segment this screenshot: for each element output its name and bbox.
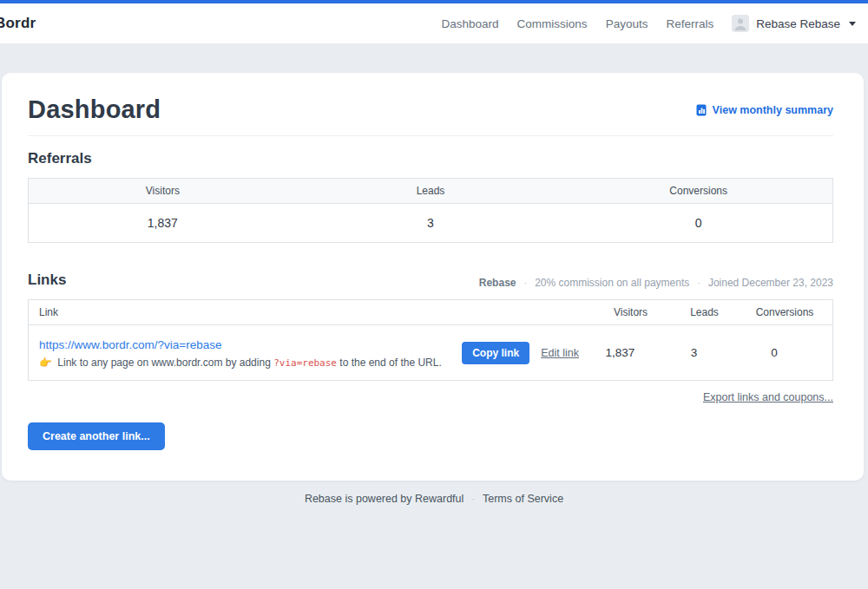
page-title: Dashboard	[28, 95, 161, 124]
copy-link-button[interactable]: Copy link	[462, 342, 529, 364]
link-description-before: Link to any page on www.bordr.com by add…	[55, 357, 273, 369]
card-header: Dashboard View monthly summary	[28, 95, 833, 124]
referrals-section: Referrals Visitors Leads Conversions 1,8…	[28, 150, 833, 243]
links-header-link: Link	[29, 300, 589, 324]
divider	[28, 135, 833, 136]
table-row: 1,837 3 0	[29, 204, 832, 242]
links-header-visitors: Visitors	[589, 300, 672, 324]
pointing-right-icon: 👉	[39, 357, 52, 369]
powered-by-text: Rebase is powered by Rewardful	[305, 493, 464, 505]
links-table: Link Visitors Leads Conversions https://…	[28, 299, 833, 381]
user-menu[interactable]: Rebase Rebase	[732, 15, 856, 32]
navbar: Bordr Dashboard Commissions Payouts Refe…	[0, 3, 868, 43]
campaign-name: Rebase	[479, 277, 516, 289]
link-conversions-value: 0	[727, 346, 822, 359]
link-leads-value: 3	[661, 346, 727, 359]
nav-item-commissions[interactable]: Commissions	[517, 17, 588, 30]
create-another-link-button[interactable]: Create another link...	[28, 422, 165, 450]
brand-logo[interactable]: Bordr	[0, 15, 36, 32]
chevron-down-icon	[849, 22, 856, 26]
export-links-coupons-link[interactable]: Export links and coupons...	[703, 391, 833, 403]
referrals-leads-value: 3	[297, 204, 565, 242]
page-background: Dashboard View monthly summary Referrals…	[0, 43, 868, 517]
view-monthly-summary-link[interactable]: View monthly summary	[695, 104, 833, 116]
links-table-header: Link Visitors Leads Conversions	[29, 300, 832, 325]
campaign-meta: Rebase · 20% commission on all payments …	[479, 277, 833, 289]
dot-separator: ·	[523, 278, 527, 288]
report-document-icon	[695, 104, 707, 116]
dashboard-card: Dashboard View monthly summary Referrals…	[2, 73, 864, 481]
link-description-after: to the end of the URL.	[337, 357, 442, 369]
terms-of-service-link[interactable]: Terms of Service	[483, 493, 563, 505]
commission-text: 20% commission on all payments	[535, 277, 689, 289]
link-info: https://www.bordr.com/?via=rebase 👉 Link…	[39, 337, 462, 369]
link-row: https://www.bordr.com/?via=rebase 👉 Link…	[29, 325, 832, 380]
nav-item-payouts[interactable]: Payouts	[606, 17, 648, 30]
link-description: 👉 Link to any page on www.bordr.com by a…	[39, 357, 462, 369]
referrals-header-conversions: Conversions	[564, 179, 832, 203]
referrals-header-visitors: Visitors	[29, 179, 297, 203]
referrals-conversions-value: 0	[564, 204, 832, 242]
link-visitors-value: 1,837	[579, 346, 661, 359]
export-row: Export links and coupons...	[28, 389, 833, 404]
edit-link-button[interactable]: Edit link	[541, 347, 579, 359]
links-section: Links Rebase · 20% commission on all pay…	[28, 272, 833, 450]
joined-date-text: Joined December 23, 2023	[708, 277, 833, 289]
links-heading: Links	[28, 272, 66, 289]
page-footer: Rebase is powered by Rewardful · Terms o…	[0, 481, 868, 517]
links-header-leads: Leads	[672, 300, 737, 324]
nav-item-dashboard[interactable]: Dashboard	[442, 17, 499, 30]
referrals-heading: Referrals	[28, 150, 833, 167]
main-nav: Dashboard Commissions Payouts Referrals …	[442, 15, 856, 32]
user-name: Rebase Rebase	[756, 17, 840, 30]
dot-separator: ·	[697, 278, 700, 288]
referrals-header-leads: Leads	[297, 179, 565, 203]
links-header-conversions: Conversions	[737, 300, 832, 324]
links-section-header: Links Rebase · 20% commission on all pay…	[28, 272, 833, 289]
view-monthly-summary-label: View monthly summary	[713, 104, 833, 116]
dot-separator: ·	[471, 494, 475, 504]
avatar	[732, 15, 749, 32]
referrals-table-header: Visitors Leads Conversions	[29, 179, 832, 204]
referrals-visitors-value: 1,837	[29, 204, 297, 242]
nav-item-referrals[interactable]: Referrals	[666, 17, 713, 30]
referrals-table: Visitors Leads Conversions 1,837 3 0	[28, 178, 833, 243]
referral-url-link[interactable]: https://www.bordr.com/?via=rebase	[39, 338, 221, 351]
via-param-code: ?via=rebase	[273, 357, 337, 369]
